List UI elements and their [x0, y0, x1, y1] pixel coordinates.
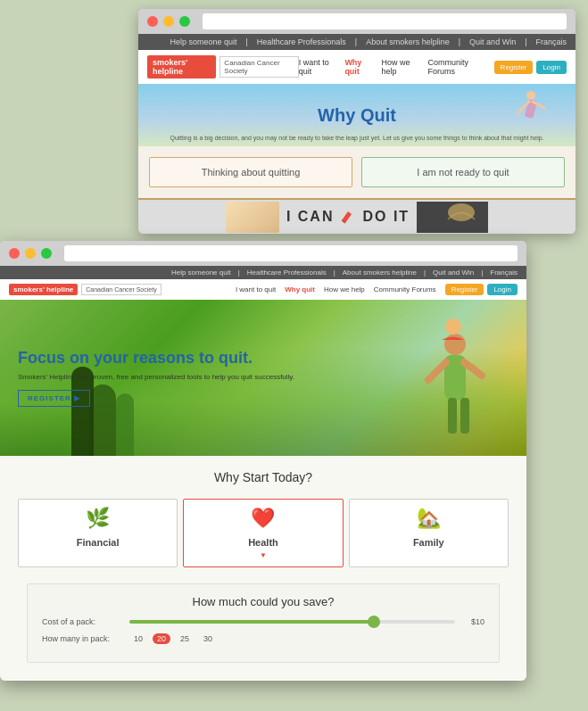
- back-browser-window: Help someone quit | Healthcare Professio…: [138, 9, 576, 234]
- front-nav-howhelp[interactable]: How we help: [324, 285, 365, 293]
- health-label: Health: [248, 537, 278, 548]
- front-minimize-icon[interactable]: [25, 248, 36, 259]
- front-nav-help[interactable]: Help someone quit: [171, 269, 231, 277]
- front-nav-sep2: |: [334, 269, 335, 277]
- hero-title: Why Quit: [318, 105, 396, 126]
- why-start-section: Why Start Today? 🌿 Financial ❤️ Health ▼…: [0, 456, 526, 681]
- cost-slider-track[interactable]: [129, 620, 455, 624]
- nav-how-we-help[interactable]: How we help: [381, 58, 418, 76]
- front-top-nav: Help someone quit | Healthcare Professio…: [0, 266, 526, 279]
- cost-of-pack-row: Cost of a pack: $10: [42, 617, 484, 626]
- login-button[interactable]: Login: [536, 61, 567, 74]
- why-card-financial[interactable]: 🌿 Financial: [18, 499, 178, 567]
- family-icon: 🏡: [355, 507, 502, 530]
- back-thinking-section: Thinking about quitting I am not ready t…: [138, 146, 576, 198]
- pack-option-25[interactable]: 25: [176, 633, 194, 644]
- cost-label: Cost of a pack:: [42, 617, 122, 626]
- back-btn-row: Register Login: [494, 61, 567, 74]
- front-logo-partner: Canadian Cancer Society: [81, 284, 161, 295]
- why-start-title: Why Start Today?: [18, 470, 509, 484]
- back-cando-section: I CAN DO IT: [138, 198, 576, 234]
- front-nav-sep4: |: [481, 269, 483, 277]
- front-hero-content: Focus on your reasons to quit. Smokers' …: [0, 331, 312, 426]
- front-maximize-icon[interactable]: [41, 248, 52, 259]
- front-nav-quit[interactable]: Quit and Win: [433, 269, 474, 277]
- nav-i-want-quit[interactable]: I want to quit: [299, 58, 336, 76]
- nav-separator: |: [245, 37, 247, 46]
- nav-about[interactable]: About smokers helpline: [366, 37, 450, 46]
- front-btn-row: Register Login: [445, 284, 518, 295]
- why-card-health[interactable]: ❤️ Health ▼: [183, 499, 343, 567]
- family-label: Family: [413, 537, 444, 548]
- svg-rect-11: [460, 398, 469, 434]
- logo-badge: smokers' helpline: [147, 55, 216, 79]
- close-icon[interactable]: [147, 16, 158, 27]
- front-nav-whyquit[interactable]: Why quit: [285, 285, 315, 293]
- back-titlebar: [138, 9, 576, 34]
- pack-label: How many in pack:: [42, 634, 122, 643]
- front-nav-community[interactable]: Community Forums: [374, 285, 436, 293]
- pack-option-30[interactable]: 30: [199, 633, 217, 644]
- how-much-title: How much could you save?: [42, 595, 484, 608]
- front-nav-fr[interactable]: Français: [490, 269, 518, 277]
- cando-image-2: [417, 202, 488, 233]
- address-bar[interactable]: [203, 13, 567, 29]
- cando-text-2: DO IT: [362, 209, 410, 225]
- nav-why-quit-active[interactable]: Why quit: [344, 58, 372, 76]
- how-much-section: How much could you save? Cost of a pack:…: [27, 583, 500, 663]
- front-hero-register-button[interactable]: REGISTER ▶: [18, 390, 90, 407]
- back-nav-links: I want to quit Why quit How we help Comm…: [299, 58, 567, 76]
- front-register-btn[interactable]: Register: [445, 284, 484, 295]
- front-login-btn[interactable]: Login: [487, 284, 518, 295]
- cost-value: $10: [462, 617, 484, 626]
- back-top-nav: Help someone quit | Healthcare Professio…: [138, 34, 576, 50]
- why-card-family[interactable]: 🏡 Family: [349, 499, 509, 567]
- front-nav-iwant[interactable]: I want to quit: [236, 285, 276, 293]
- svg-line-13: [428, 371, 437, 380]
- health-icon: ❤️: [189, 507, 336, 530]
- nav-help-someone[interactable]: Help someone quit: [170, 37, 236, 46]
- pack-option-20-active[interactable]: 20: [153, 633, 170, 644]
- front-logo: smokers' helpline Canadian Cancer Societ…: [9, 284, 161, 295]
- nav-quit-win[interactable]: Quit and Win: [469, 37, 516, 46]
- pencil-icon: [339, 208, 357, 226]
- front-logo-badge: smokers' helpline: [9, 284, 78, 295]
- minimize-icon[interactable]: [163, 16, 174, 27]
- front-nav-links: I want to quit Why quit How we help Comm…: [236, 284, 518, 295]
- health-arrow-icon: ▼: [189, 551, 336, 559]
- back-hero: Why Quit Quitting is a big decision, and…: [138, 84, 576, 146]
- pack-count-row: How many in pack: 10 20 25 30: [42, 633, 484, 644]
- svg-point-6: [444, 334, 466, 355]
- cando-text: I CAN: [286, 209, 335, 225]
- front-nav-about[interactable]: About smokers helpline: [343, 269, 417, 277]
- back-logo: smokers' helpline Canadian Cancer Societ…: [147, 55, 299, 79]
- front-nav-healthcare[interactable]: Healthcare Professionals: [247, 269, 327, 277]
- front-nav-sep3: |: [424, 269, 426, 277]
- front-address-bar[interactable]: [64, 245, 518, 261]
- cost-slider-thumb[interactable]: [368, 616, 380, 628]
- nav-healthcare[interactable]: Healthcare Professionals: [257, 37, 346, 46]
- front-titlebar: [0, 241, 526, 266]
- nav-community[interactable]: Community Forums: [427, 58, 484, 76]
- financial-label: Financial: [77, 537, 120, 548]
- pack-pills: 10 20 25 30: [129, 633, 217, 644]
- svg-rect-10: [448, 398, 457, 434]
- logo-partner: Canadian Cancer Society: [219, 56, 298, 78]
- svg-point-0: [526, 91, 535, 100]
- svg-point-12: [445, 318, 461, 335]
- front-nav-sep1: |: [238, 269, 240, 277]
- financial-icon: 🌿: [24, 507, 171, 530]
- register-button[interactable]: Register: [494, 61, 534, 74]
- nav-separator2: |: [355, 37, 357, 46]
- nav-separator4: |: [525, 37, 526, 46]
- nav-francais[interactable]: Français: [535, 37, 567, 46]
- pack-option-10[interactable]: 10: [129, 633, 147, 644]
- nav-separator3: |: [459, 37, 460, 46]
- front-close-icon[interactable]: [9, 248, 20, 259]
- front-browser-window: Help someone quit | Healthcare Professio…: [0, 241, 526, 681]
- front-main-nav: smokers' helpline Canadian Cancer Societ…: [0, 279, 526, 300]
- thinking-box-2[interactable]: I am not ready to quit: [361, 157, 565, 187]
- back-main-nav: smokers' helpline Canadian Cancer Societ…: [138, 50, 576, 84]
- maximize-icon[interactable]: [179, 16, 190, 27]
- thinking-box-1[interactable]: Thinking about quitting: [149, 157, 352, 187]
